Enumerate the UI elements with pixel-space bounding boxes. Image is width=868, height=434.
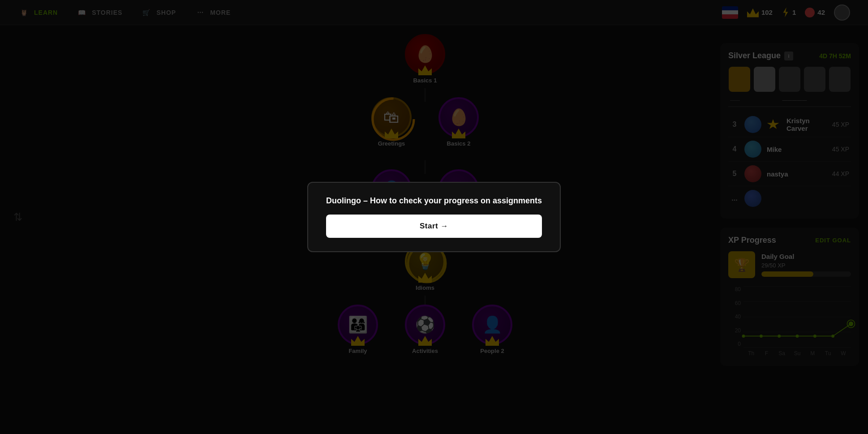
banner-box: Duolingo – How to check your progress on… [307,182,561,252]
banner-start-button[interactable]: Start → [326,215,542,238]
banner-title: Duolingo – How to check your progress on… [326,196,542,206]
overlay-banner: Duolingo – How to check your progress on… [0,0,868,434]
